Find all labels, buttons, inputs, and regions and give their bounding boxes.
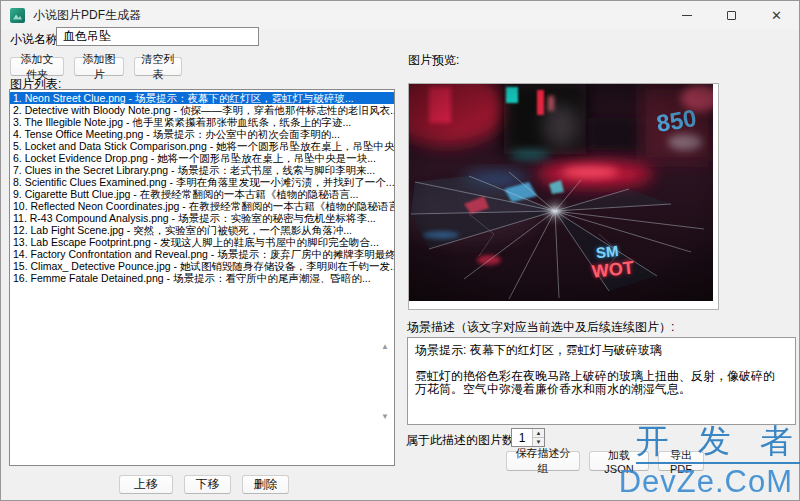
- list-item[interactable]: 16. Femme Fatale Detained.png - 场景提示：看守所…: [10, 272, 394, 284]
- list-item[interactable]: 5. Locket and Data Stick Comparison.png …: [10, 140, 394, 152]
- list-item[interactable]: 13. Lab Escape Footprint.png - 发现这人脚上的鞋底…: [10, 236, 394, 248]
- close-icon: ✕: [771, 9, 782, 22]
- list-item[interactable]: 14. Factory Confrontation and Reveal.png…: [10, 248, 394, 260]
- list-item[interactable]: 1. Neon Street Clue.png - 场景提示：夜幕下的红灯区，霓…: [10, 92, 394, 104]
- list-item[interactable]: 2. Detective with Bloody Note.png - 侦探——…: [10, 104, 394, 116]
- app-window: 小说图片PDF生成器 ✕ 小说名称: 添加文件夹 添加图片 清空列表 图片列表:…: [0, 0, 800, 501]
- list-item[interactable]: 11. R-43 Compound Analysis.png - 场景提示：实验…: [10, 212, 394, 224]
- spin-up-icon[interactable]: ▲: [533, 429, 544, 438]
- save-description-group-button[interactable]: 保存描述分组: [506, 451, 580, 471]
- minimize-icon: [682, 15, 692, 16]
- maximize-icon: [727, 11, 736, 20]
- novel-name-label: 小说名称:: [10, 31, 61, 48]
- description-textarea[interactable]: 场景提示: 夜幕下的红灯区，霓虹灯与破碎玻璃 霓虹灯的艳俗色彩在夜晚马路上破碎的…: [407, 337, 796, 425]
- window-controls: ✕: [664, 1, 799, 29]
- close-button[interactable]: ✕: [754, 1, 799, 29]
- list-item[interactable]: 7. Clues in the Secret Library.png - 场景提…: [10, 164, 394, 176]
- list-item[interactable]: 15. Climax_ Detective Pounce.jpg - 她试图销毁…: [10, 260, 394, 272]
- action-row: 保存描述分组 加载JSON 导出PDF: [506, 451, 704, 471]
- list-item[interactable]: 6. Locket Evidence Drop.png - 她将一个圆形吊坠放在…: [10, 152, 394, 164]
- load-json-button[interactable]: 加载JSON: [589, 451, 649, 471]
- add-folder-button[interactable]: 添加文件夹: [10, 57, 64, 76]
- list-item[interactable]: 4. Tense Office Meeting.png - 场景提示：办公室中的…: [10, 128, 394, 140]
- list-item[interactable]: 10. Reflected Neon Coordinates.jpg - 在教授…: [10, 200, 394, 212]
- titlebar: 小说图片PDF生成器 ✕: [1, 1, 799, 29]
- count-value: 1: [512, 429, 532, 446]
- list-item[interactable]: 3. The Illegible Note.jpg - 他手里紧紧攥着那张带血纸…: [10, 116, 394, 128]
- toolbar: 添加文件夹 添加图片 清空列表: [10, 57, 182, 76]
- move-down-button[interactable]: 下移: [184, 475, 231, 494]
- window-title: 小说图片PDF生成器: [33, 7, 141, 24]
- export-pdf-button[interactable]: 导出PDF: [658, 451, 704, 471]
- list-item[interactable]: 9. Cigarette Butt Clue.jpg - 在教授经常翻阅的一本古…: [10, 188, 394, 200]
- preview-image: 850: [409, 84, 713, 301]
- move-up-button[interactable]: 上移: [119, 475, 173, 494]
- add-images-button[interactable]: 添加图片: [74, 57, 124, 76]
- novel-name-input[interactable]: [56, 27, 259, 46]
- preview-image-frame: 850: [408, 83, 719, 310]
- description-label: 场景描述（该文字对应当前选中及后续连续图片）:: [407, 319, 674, 336]
- spin-arrows: ▲ ▼: [532, 429, 544, 446]
- list-item[interactable]: 12. Lab Fight Scene.jpg - 突然，实验室的门被锁死，一个…: [10, 224, 394, 236]
- list-actions: 上移 下移 删除: [119, 475, 289, 494]
- scroll-down-icon[interactable]: ▼: [380, 413, 390, 421]
- app-icon: [10, 8, 25, 23]
- clear-list-button[interactable]: 清空列表: [134, 57, 182, 76]
- count-spinbox[interactable]: 1 ▲ ▼: [511, 428, 545, 447]
- minimize-button[interactable]: [664, 1, 709, 29]
- preview-label: 图片预览:: [408, 52, 459, 69]
- list-item[interactable]: 8. Scientific Clues Examined.png - 李明在角落…: [10, 176, 394, 188]
- delete-button[interactable]: 删除: [242, 475, 289, 494]
- maximize-button[interactable]: [709, 1, 754, 29]
- spin-down-icon[interactable]: ▼: [533, 438, 544, 446]
- image-listbox[interactable]: 1. Neon Street Clue.png - 场景提示：夜幕下的红灯区，霓…: [9, 89, 395, 466]
- scroll-up-icon[interactable]: ▲: [380, 343, 390, 351]
